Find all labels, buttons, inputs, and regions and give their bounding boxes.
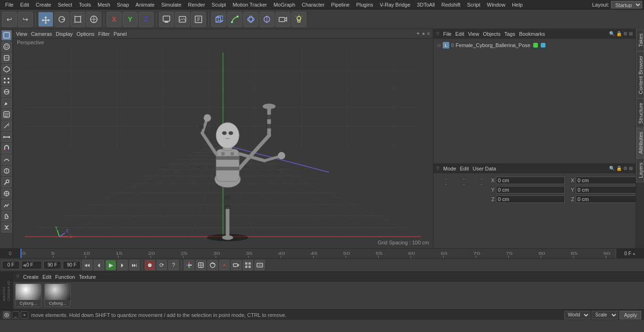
attr-userdata[interactable]: User Data (473, 166, 496, 171)
rpanel-view[interactable]: View (468, 31, 479, 37)
model-mode-button[interactable] (1, 30, 12, 40)
viewport-menu-filter[interactable]: Filter (98, 31, 109, 37)
z-axis-button[interactable]: Z (139, 12, 154, 27)
viewport-menu-cameras[interactable]: Cameras (31, 31, 52, 37)
menu-plugins[interactable]: Plugins (353, 0, 376, 9)
bridge-tool-button[interactable] (1, 132, 12, 142)
attr-edit[interactable]: Edit (460, 166, 469, 171)
camera-button[interactable] (275, 12, 290, 27)
rpanel-edit[interactable]: Edit (455, 31, 464, 37)
menu-create[interactable]: Create (33, 0, 55, 9)
next-frame-button[interactable]: ⏵ (117, 260, 128, 270)
mat-create[interactable]: Create (23, 274, 39, 280)
knife-tool-button[interactable] (1, 121, 12, 131)
transform-gizmo-button[interactable] (184, 260, 194, 270)
max-frame-input[interactable] (63, 261, 81, 269)
nurbs-button[interactable] (243, 12, 258, 27)
scale-tool-button[interactable] (70, 12, 85, 27)
attr-hy-input[interactable] (576, 186, 644, 194)
prev-frame-input[interactable] (26, 262, 41, 267)
key-mode-button[interactable] (231, 260, 241, 270)
twist-tool-button[interactable] (1, 222, 12, 233)
menu-snap[interactable]: Snap (114, 0, 132, 9)
material-swatch-1[interactable]: Cyborg... (15, 283, 41, 307)
prev-frame-button[interactable]: ⏴ (94, 260, 104, 270)
rpanel-file[interactable]: File (443, 31, 452, 37)
viewport-menu-display[interactable]: Display (56, 31, 73, 37)
smooth-tool-button[interactable] (1, 154, 12, 165)
menu-character[interactable]: Character (298, 0, 328, 9)
menu-help[interactable]: Help (509, 0, 526, 9)
point-mode-button[interactable] (1, 75, 12, 86)
attr-settings-icon[interactable]: ⚙ (623, 166, 627, 171)
scale-dropdown[interactable]: Scale Move Rotate (592, 311, 618, 319)
object-render-dot[interactable] (541, 43, 545, 48)
goto-end-button[interactable]: ⏭ (129, 260, 140, 270)
render-settings-button[interactable] (191, 12, 206, 27)
paint-selection-button[interactable] (1, 98, 12, 108)
menu-simulate[interactable]: Simulate (158, 0, 185, 9)
spline-pen-button[interactable] (227, 12, 242, 27)
light-button[interactable] (291, 12, 306, 27)
transform-all-button[interactable] (86, 12, 101, 27)
menu-file[interactable]: File (2, 0, 17, 9)
move-tool-button[interactable] (38, 12, 53, 27)
loop-button[interactable]: ⟳ (157, 260, 167, 270)
end-frame-input[interactable] (43, 261, 61, 269)
viewport-icon-settings[interactable]: ≡ (427, 31, 430, 37)
menu-render[interactable]: Render (185, 0, 208, 9)
attr-x-input[interactable] (496, 177, 565, 184)
mat-texture[interactable]: Texture (79, 274, 96, 280)
stitch-tool-button[interactable] (1, 200, 12, 210)
tab-content-browser[interactable]: Content Browser (636, 51, 644, 98)
mat-edit[interactable]: Edit (42, 274, 51, 280)
attr-mode[interactable]: Mode (443, 166, 456, 171)
auto-key-button[interactable]: A (219, 260, 230, 270)
attr-hz-input[interactable] (576, 195, 644, 203)
menu-mesh[interactable]: Mesh (94, 0, 114, 9)
attr-lock-icon[interactable]: 🔒 (616, 166, 622, 171)
mat-function[interactable]: Function (55, 274, 75, 280)
menu-sculpt[interactable]: Sculpt (208, 0, 230, 9)
rotate-tool-button[interactable] (54, 12, 69, 27)
sculpt-tool-button[interactable] (1, 188, 12, 199)
status-icon-close[interactable]: × (21, 311, 28, 319)
rpanel-objects[interactable]: Objects (483, 31, 500, 37)
attr-expand-icon[interactable]: ⊞ (629, 166, 633, 171)
tab-takes[interactable]: Takes (636, 29, 644, 51)
play-button[interactable]: ▶ (106, 260, 116, 270)
redo-button[interactable]: ↪ (18, 12, 33, 27)
menu-animate[interactable]: Animate (132, 0, 158, 9)
texture-mode-button[interactable] (1, 41, 12, 52)
record-button[interactable]: ⏺ (145, 260, 155, 270)
attr-search-icon[interactable]: 🔍 (609, 166, 615, 171)
magnet-tool-button[interactable] (1, 143, 12, 154)
rpanel-tags[interactable]: Tags (504, 31, 515, 37)
menu-redshift[interactable]: Redshift (438, 0, 463, 9)
start-frame-input[interactable] (2, 261, 20, 269)
rp-settings-icon[interactable]: ⚙ (623, 31, 627, 36)
y-axis-button[interactable]: Y (123, 12, 138, 27)
material-swatch-2[interactable]: Cyborg... (44, 283, 71, 307)
deformer-button[interactable] (259, 12, 274, 27)
rp-expand-icon[interactable]: ⊞ (629, 31, 633, 36)
menu-3dtoall[interactable]: 3DToAll (413, 0, 438, 9)
object-row-ballerina[interactable]: ⊞ L 0 Female_Cyborg_Ballerina_Pose (435, 40, 634, 50)
apply-button[interactable]: Apply (619, 311, 641, 319)
menu-script[interactable]: Script (464, 0, 484, 9)
edge-mode-button[interactable] (1, 53, 12, 63)
selection-filter-button[interactable] (1, 109, 12, 120)
viewport-menu-options[interactable]: Options (76, 31, 94, 37)
attr-hx-input[interactable] (576, 177, 644, 184)
timeline-frame-arrow[interactable]: ▲ (632, 251, 636, 256)
viewport-menu-view[interactable]: View (16, 31, 27, 37)
tab-layers[interactable]: Layers (636, 158, 644, 182)
viewport-menu-panel[interactable]: Panel (114, 31, 127, 37)
menu-motion-tracker[interactable]: Motion Tracker (229, 0, 270, 9)
rp-lock-icon[interactable]: 🔒 (616, 31, 622, 36)
select-gizmo-button[interactable] (196, 260, 206, 270)
animate-record-button[interactable] (255, 260, 265, 270)
grab-tool-button[interactable] (1, 211, 12, 221)
attr-z-input[interactable] (496, 195, 565, 203)
menu-select[interactable]: Select (55, 0, 76, 9)
